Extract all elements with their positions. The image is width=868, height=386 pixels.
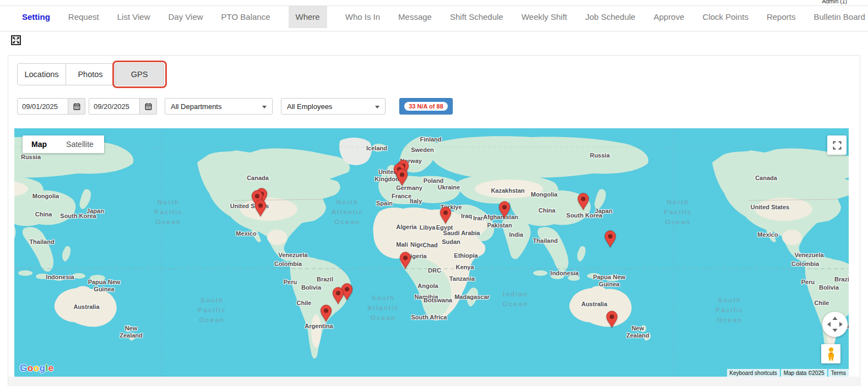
location-pin-icon (499, 201, 509, 218)
map-marker[interactable] (396, 168, 408, 187)
location-pin-icon (606, 311, 617, 327)
filter-row: All Departments All Employees 33 N/A of … (17, 98, 453, 115)
nav-item-where[interactable]: Where (289, 6, 327, 28)
admin-label[interactable]: Admin (1) (822, 0, 847, 4)
nav-item-approve[interactable]: Approve (654, 6, 685, 28)
satellite-button[interactable]: Satellite (56, 135, 104, 153)
map-marker[interactable] (604, 230, 616, 248)
date-to-input[interactable] (89, 98, 140, 115)
nav-item-request[interactable]: Request (68, 6, 99, 28)
nav-item-day-view[interactable]: Day View (168, 6, 203, 28)
map-marker[interactable] (320, 305, 332, 323)
map-markers-layer (14, 128, 849, 377)
date-from-group (17, 98, 85, 115)
employee-select-value: All Employees (287, 102, 332, 111)
expand-icon[interactable] (11, 35, 21, 45)
map-marker[interactable] (440, 206, 452, 225)
map-data-label: Map data ©2025 (781, 369, 827, 377)
tab-gps[interactable]: GPS (115, 63, 164, 85)
date-to-group (89, 98, 157, 115)
fullscreen-button[interactable] (827, 135, 847, 155)
nav-item-message[interactable]: Message (398, 6, 432, 28)
fullscreen-icon (833, 141, 842, 150)
tab-photos[interactable]: Photos (66, 63, 115, 85)
location-pin-icon (333, 287, 343, 303)
date-from-input[interactable] (17, 98, 68, 115)
top-bar: Admin (1) SettingRequestList ViewDay Vie… (0, 0, 868, 31)
nav-item-who-is-in[interactable]: Who Is In (345, 6, 380, 28)
pan-control[interactable] (822, 312, 848, 337)
department-select[interactable]: All Departments (165, 98, 273, 115)
location-pin-icon (578, 193, 588, 209)
location-pin-icon (397, 168, 407, 185)
location-pin-icon (440, 206, 451, 223)
google-logo[interactable]: Google (20, 363, 54, 374)
gps-count-button[interactable]: 33 N/A of 88 (399, 98, 453, 115)
tab-locations[interactable]: Locations (17, 63, 66, 85)
map-marker[interactable] (577, 193, 589, 211)
employee-select[interactable]: All Employees (281, 98, 386, 115)
nav-item-job-schedule[interactable]: Job Schedule (585, 6, 636, 28)
location-pin-icon (321, 305, 331, 321)
nav-item-pto-balance[interactable]: PTO Balance (221, 6, 270, 28)
pan-arrows-icon (822, 312, 848, 337)
map-button[interactable]: Map (23, 135, 56, 153)
map-type-control: Map Satellite (23, 135, 104, 153)
location-pin-icon (255, 199, 265, 216)
map-marker[interactable] (498, 201, 511, 219)
map-marker[interactable] (332, 287, 344, 305)
nav-item-setting[interactable]: Setting (22, 6, 50, 28)
chevron-down-icon (262, 106, 267, 108)
nav-item-weekly-shift[interactable]: Weekly Shift (522, 6, 567, 28)
nav-item-clock-points[interactable]: Clock Points (703, 6, 748, 28)
chevron-down-icon (375, 106, 379, 108)
bottom-strip (8, 377, 860, 386)
tab-group: Locations Photos GPS (17, 63, 164, 85)
pegman-icon (824, 347, 838, 361)
calendar-icon (73, 103, 80, 110)
nav-item-reports[interactable]: Reports (767, 6, 796, 28)
page: Admin (1) SettingRequestList ViewDay Vie… (0, 0, 868, 386)
pegman-button[interactable] (821, 344, 840, 363)
location-pin-icon (400, 252, 410, 268)
map-marker[interactable] (254, 199, 267, 218)
map[interactable]: RussiaMongoliaChinaSouth KoreaJapanThail… (14, 128, 849, 377)
top-nav: SettingRequestList ViewDay ViewPTO Balan… (22, 6, 857, 28)
content-panel: Locations Photos GPS (8, 55, 860, 386)
count-badge: 33 N/A of 88 (404, 102, 448, 111)
map-attribution: Keyboard shortcuts Map data ©2025 Terms (727, 369, 849, 377)
calendar-icon (145, 103, 152, 110)
nav-item-bulletin-board[interactable]: Bulletin Board (813, 6, 865, 28)
date-from-calendar-button[interactable] (68, 98, 85, 115)
map-marker[interactable] (606, 311, 618, 329)
map-marker[interactable] (399, 252, 411, 270)
nav-item-shift-schedule[interactable]: Shift Schedule (450, 6, 503, 28)
terms-button[interactable]: Terms (828, 369, 849, 377)
location-pin-icon (605, 230, 615, 247)
nav-item-list-view[interactable]: List View (117, 6, 150, 28)
keyboard-shortcuts-button[interactable]: Keyboard shortcuts (727, 369, 780, 377)
department-select-value: All Departments (171, 102, 221, 111)
date-to-calendar-button[interactable] (140, 98, 157, 115)
